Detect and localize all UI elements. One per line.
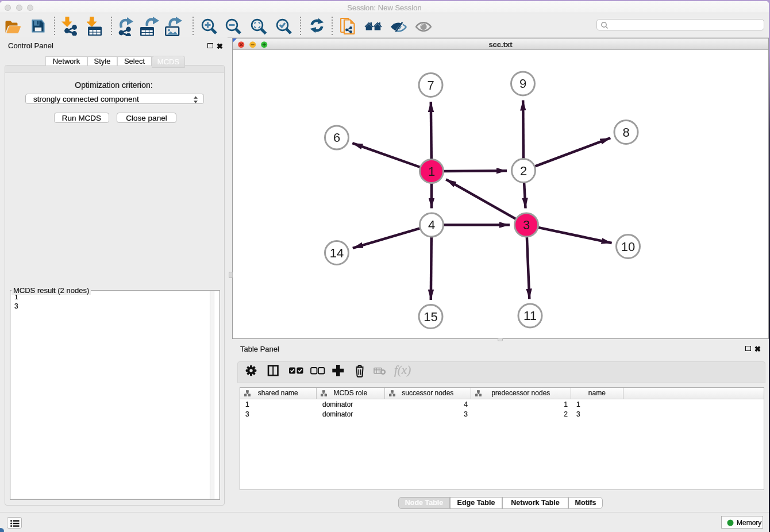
svg-text:6: 6 (333, 130, 340, 145)
svg-text:8: 8 (622, 125, 629, 140)
svg-text:2: 2 (520, 164, 527, 178)
svg-text:15: 15 (424, 310, 437, 324)
svg-text:7: 7 (427, 78, 434, 92)
svg-text:1: 1 (428, 164, 435, 179)
svg-text:14: 14 (330, 246, 344, 260)
svg-text:10: 10 (621, 240, 635, 254)
svg-text:3: 3 (523, 218, 530, 232)
svg-text:11: 11 (523, 309, 537, 323)
svg-text:9: 9 (519, 76, 526, 91)
svg-text:4: 4 (428, 218, 435, 232)
